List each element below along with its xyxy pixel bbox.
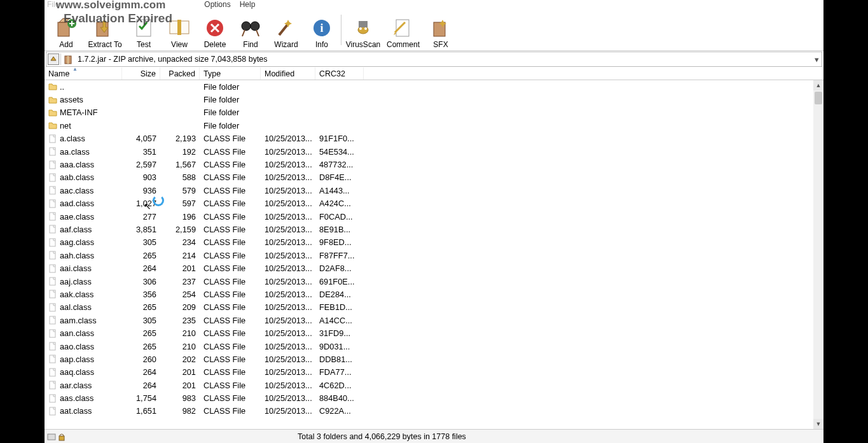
file-icon: [48, 251, 57, 260]
file-name: net: [60, 121, 71, 130]
file-modified: 10/25/2013...: [261, 237, 315, 247]
comment-button[interactable]: Comment: [383, 11, 423, 49]
col-packed[interactable]: Packed: [160, 67, 200, 80]
scroll-thumb[interactable]: [815, 92, 822, 104]
table-row[interactable]: ..File folder: [45, 80, 813, 93]
col-modified[interactable]: Modified: [261, 67, 315, 80]
file-packed: 214: [160, 251, 200, 260]
delete-button[interactable]: Delete: [197, 11, 233, 49]
table-row[interactable]: aag.class305234CLASS File10/25/2013...9F…: [45, 236, 813, 249]
svg-rect-34: [50, 330, 55, 337]
table-row[interactable]: aaj.class306237CLASS File10/25/2013...69…: [45, 275, 813, 288]
lock-icon: [57, 432, 66, 441]
table-row[interactable]: aan.class265210CLASS File10/25/2013...31…: [45, 327, 813, 339]
file-type: File folder: [200, 95, 261, 104]
table-row[interactable]: aal.class265209CLASS File10/25/2013...FE…: [45, 301, 813, 314]
table-row[interactable]: aam.class305235CLASS File10/25/2013...A1…: [45, 314, 813, 327]
table-row[interactable]: aah.class265214CLASS File10/25/2013...F8…: [45, 249, 813, 262]
wizard-button[interactable]: Wizard: [268, 11, 304, 49]
folder-icon: [48, 121, 57, 130]
table-row[interactable]: aar.class264201CLASS File10/25/2013...4C…: [45, 379, 813, 391]
table-row[interactable]: aaf.class3,8512,159CLASS File10/25/2013.…: [45, 223, 813, 236]
table-row[interactable]: assetsFile folder: [45, 93, 813, 106]
col-size[interactable]: Size: [122, 67, 160, 80]
svg-rect-37: [50, 369, 55, 376]
file-packed: 201: [160, 381, 200, 390]
file-name: a.class: [60, 134, 85, 143]
menu-help[interactable]: Help: [240, 0, 256, 9]
svg-rect-33: [50, 316, 55, 324]
table-row[interactable]: aa.class351192CLASS File10/25/2013...54E…: [45, 145, 813, 158]
table-row[interactable]: a.class4,0572,193CLASS File10/25/2013...…: [45, 132, 813, 145]
comment-icon: [392, 17, 414, 39]
view-button[interactable]: View: [162, 11, 197, 49]
find-button[interactable]: Find: [233, 11, 268, 49]
menu-options[interactable]: Options: [204, 0, 230, 9]
status-text: Total 3 folders and 4,066,229 bytes in 1…: [67, 432, 823, 441]
table-row[interactable]: netFile folder: [45, 119, 813, 132]
file-modified: 10/25/2013...: [261, 251, 315, 260]
table-row[interactable]: aao.class265210CLASS File10/25/2013...9D…: [45, 340, 813, 353]
address-dropdown[interactable]: ▾: [811, 55, 822, 64]
address-text[interactable]: 1.7.2.jar - ZIP archive, unpacked size 7…: [76, 55, 811, 64]
file-size: 277: [122, 212, 160, 222]
file-modified: 10/25/2013...: [261, 342, 315, 351]
file-packed: 201: [160, 367, 200, 377]
address-bar: 1.7.2.jar - ZIP archive, unpacked size 7…: [46, 52, 822, 67]
file-type: CLASS File: [200, 134, 261, 143]
svg-rect-3: [137, 20, 151, 36]
file-size: 265: [122, 342, 160, 351]
file-icon: [48, 368, 57, 377]
table-row[interactable]: aas.class1,754983CLASS File10/25/2013...…: [45, 391, 813, 404]
file-icon: [48, 186, 57, 195]
sfx-button[interactable]: SFX: [423, 11, 458, 49]
table-row[interactable]: aad.class1,027597CLASS File10/25/2013...…: [45, 197, 813, 210]
file-crc: 9D031...: [315, 342, 364, 351]
table-row[interactable]: aaa.class2,5971,567CLASS File10/25/2013.…: [45, 158, 813, 171]
up-button[interactable]: [48, 53, 59, 65]
virusscan-button[interactable]: VirusScan: [343, 11, 383, 49]
file-icon: [48, 355, 57, 363]
file-packed: 983: [160, 393, 200, 403]
add-button[interactable]: Add: [48, 11, 84, 49]
file-modified: 10/25/2013...: [261, 277, 315, 286]
table-row[interactable]: aap.class260202CLASS File10/25/2013...DD…: [45, 353, 813, 365]
file-packed: 234: [160, 237, 200, 247]
scroll-up-icon[interactable]: ▲: [813, 80, 823, 90]
vertical-scrollbar[interactable]: ▲ ▼: [813, 80, 823, 429]
file-icon: [48, 199, 57, 208]
file-modified: 10/25/2013...: [261, 406, 315, 416]
col-type[interactable]: Type: [200, 67, 261, 80]
menu-file[interactable]: File: [47, 0, 59, 9]
svg-text:i: i: [320, 22, 323, 34]
col-name[interactable]: Name▲: [45, 67, 122, 80]
file-name: ..: [60, 82, 64, 92]
file-modified: 10/25/2013...: [261, 302, 315, 312]
file-crc: FEB1D...: [315, 302, 364, 312]
table-row[interactable]: aai.class264201CLASS File10/25/2013...D2…: [45, 262, 813, 274]
test-button[interactable]: Test: [126, 11, 162, 49]
file-type: File folder: [200, 108, 261, 117]
file-type: CLASS File: [200, 290, 261, 299]
file-name: META-INF: [60, 108, 97, 117]
file-icon: [48, 394, 57, 403]
file-icon: [48, 277, 57, 286]
table-row[interactable]: aac.class936579CLASS File10/25/2013...A1…: [45, 184, 813, 197]
table-row[interactable]: aak.class356254CLASS File10/25/2013...DE…: [45, 288, 813, 300]
table-row[interactable]: aab.class903588CLASS File10/25/2013...D8…: [45, 171, 813, 184]
table-row[interactable]: aaq.class264201CLASS File10/25/2013...FD…: [45, 366, 813, 379]
add-icon: [55, 17, 77, 39]
file-type: CLASS File: [200, 160, 261, 169]
table-row[interactable]: META-INFFile folder: [45, 106, 813, 119]
extract-button[interactable]: Extract To: [84, 11, 126, 49]
file-name: aae.class: [60, 212, 94, 222]
table-row[interactable]: aat.class1,651982CLASS File10/25/2013...…: [45, 405, 813, 418]
table-row[interactable]: aae.class277196CLASS File10/25/2013...F0…: [45, 210, 813, 223]
file-crc: A424C...: [315, 199, 364, 208]
file-icon: [48, 225, 57, 234]
scroll-down-icon[interactable]: ▼: [813, 419, 823, 429]
svg-rect-39: [50, 395, 55, 402]
file-size: 1,754: [122, 393, 160, 403]
info-button[interactable]: i Info: [304, 11, 340, 49]
col-crc[interactable]: CRC32: [315, 67, 364, 80]
